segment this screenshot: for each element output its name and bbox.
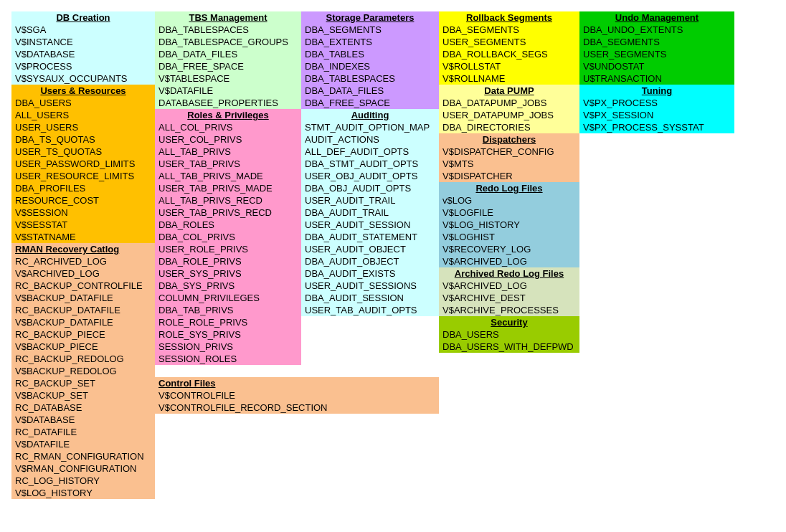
section-item: STMT_AUDIT_OPTION_MAP bbox=[301, 121, 439, 133]
section-item: DBA_AUDIT_EXISTS bbox=[301, 267, 439, 280]
section-item: V$PX_PROCESS bbox=[579, 97, 734, 109]
section-item: V$SESSION bbox=[11, 206, 155, 219]
reference-table-grid: DB CreationV$SGAV$INSTANCEV$DATABASEV$PR… bbox=[0, 0, 786, 532]
section-storage-parameters: Storage ParametersDBA_SEGMENTSDBA_EXTENT… bbox=[301, 11, 439, 109]
section-item: DBA_AUDIT_STATEMENT bbox=[301, 231, 439, 243]
section-item: V$CONTROLFILE_RECORD_SECTION bbox=[155, 402, 439, 414]
section-item: V$ARCHIVED_LOG bbox=[11, 267, 155, 280]
section-item: DBA_AUDIT_OBJECT bbox=[301, 255, 439, 267]
section-item: USER_ROLE_PRIVS bbox=[155, 243, 301, 255]
section-item: V$SYSAUX_OCCUPANTS bbox=[11, 72, 155, 85]
section-item: V$LOG_HISTORY bbox=[11, 487, 155, 499]
section-item: V$LOG_HISTORY bbox=[439, 219, 579, 231]
section-header-rman-recovery-catalog: RMAN Recovery Catlog bbox=[11, 243, 155, 255]
section-db-creation: DB CreationV$SGAV$INSTANCEV$DATABASEV$PR… bbox=[11, 11, 155, 85]
section-item: DBA_EXTENTS bbox=[301, 36, 439, 48]
section-header-roles-privileges: Roles & Privileges bbox=[155, 109, 301, 121]
section-item: USER_RESOURCE_LIMITS bbox=[11, 170, 155, 182]
section-item: ALL_USERS bbox=[11, 109, 155, 121]
section-item: V$DISPATCHER bbox=[439, 170, 579, 182]
section-item: DBA_UNDO_EXTENTS bbox=[579, 24, 734, 36]
section-header-dispatchers: Dispatchers bbox=[439, 133, 579, 146]
section-tuning: TuningV$PX_PROCESSV$PX_SESSIONV$PX_PROCE… bbox=[579, 85, 734, 133]
section-header-auditing: Auditing bbox=[301, 109, 439, 121]
section-item: V$DATAFILE bbox=[11, 438, 155, 450]
section-item: DBA_SEGMENTS bbox=[579, 36, 734, 48]
section-item: RC_DATABASE bbox=[11, 402, 155, 414]
section-item: V$BACKUP_SET bbox=[11, 389, 155, 402]
section-item: V$BACKUP_DATAFILE bbox=[11, 316, 155, 328]
section-item: DBA_COL_PRIVS bbox=[155, 231, 301, 243]
section-item: DBA_DATA_FILES bbox=[301, 85, 439, 97]
section-item: V$STATNAME bbox=[11, 231, 155, 243]
section-item: RC_BACKUP_CONTROLFILE bbox=[11, 280, 155, 292]
section-item: DBA_DIRECTORIES bbox=[439, 121, 579, 133]
section-item: DBA_STMT_AUDIT_OPTS bbox=[301, 158, 439, 170]
section-item: V$BACKUP_DATAFILE bbox=[11, 292, 155, 304]
section-rollback-segments: Rollback SegmentsDBA_SEGMENTSUSER_SEGMEN… bbox=[439, 11, 579, 85]
section-auditing: AuditingSTMT_AUDIT_OPTION_MAPAUDIT_ACTIO… bbox=[301, 109, 439, 316]
section-item: V$ROLLSTAT bbox=[439, 60, 579, 72]
section-item: V$DATABASE bbox=[11, 414, 155, 426]
section-item: USER_TS_QUOTAS bbox=[11, 146, 155, 158]
section-item: DATABASEE_PROPERTIES bbox=[155, 97, 301, 109]
section-item: DBA_ROLLBACK_SEGS bbox=[439, 48, 579, 60]
section-item: USER_USERS bbox=[11, 121, 155, 133]
section-item: V$RMAN_CONFIGURATION bbox=[11, 462, 155, 475]
section-item: ALL_TAB_PRIVS_MADE bbox=[155, 170, 301, 182]
section-item: DBA_TABLESPACE_GROUPS bbox=[155, 36, 301, 48]
section-item: USER_AUDIT_OBJECT bbox=[301, 243, 439, 255]
section-item: DBA_USERS bbox=[11, 97, 155, 109]
section-archived-redo-log-files: Archived Redo Log FilesV$ARCHIVED_LOGV$A… bbox=[439, 267, 579, 316]
section-item: USER_SYS_PRIVS bbox=[155, 267, 301, 280]
section-item: V$DATABASE bbox=[11, 48, 155, 60]
section-item: DBA_TABLESPACES bbox=[301, 72, 439, 85]
section-item: RC_BACKUP_DATAFILE bbox=[11, 304, 155, 316]
section-item: SESSION_PRIVS bbox=[155, 341, 301, 353]
section-item: DBA_ROLE_PRIVS bbox=[155, 255, 301, 267]
section-item: DBA_SEGMENTS bbox=[439, 24, 579, 36]
section-item: DBA_TABLESPACES bbox=[155, 24, 301, 36]
section-item: RESOURCE_COST bbox=[11, 194, 155, 206]
section-redo-log-files: Redo Log Filesv$LOGV$LOGFILEV$LOG_HISTOR… bbox=[439, 182, 579, 267]
section-item: USER_SEGMENTS bbox=[439, 36, 579, 48]
section-item: V$CONTROLFILE bbox=[155, 389, 439, 402]
section-header-tbs-management: TBS Management bbox=[155, 11, 301, 24]
section-header-archived-redo-log-files: Archived Redo Log Files bbox=[439, 267, 579, 280]
section-item: V$PROCESS bbox=[11, 60, 155, 72]
section-header-undo-management: Undo Management bbox=[579, 11, 734, 24]
section-users-resources: Users & ResourcesDBA_USERSALL_USERSUSER_… bbox=[11, 85, 155, 243]
section-item: DBA_ROLES bbox=[155, 219, 301, 231]
section-item: V$DISPATCHER_CONFIG bbox=[439, 146, 579, 158]
section-item: DBA_SYS_PRIVS bbox=[155, 280, 301, 292]
section-item: V$ROLLNAME bbox=[439, 72, 579, 85]
section-item: DBA_DATA_FILES bbox=[155, 48, 301, 60]
section-item: V$SESSTAT bbox=[11, 219, 155, 231]
section-item: DBA_TAB_PRIVS bbox=[155, 304, 301, 316]
section-undo-management: Undo ManagementDBA_UNDO_EXTENTSDBA_SEGME… bbox=[579, 11, 734, 85]
section-header-db-creation: DB Creation bbox=[11, 11, 155, 24]
section-item: V$LOGHIST bbox=[439, 231, 579, 243]
section-item: ALL_COL_PRIVS bbox=[155, 121, 301, 133]
section-item: RC_LOG_HISTORY bbox=[11, 475, 155, 487]
section-item: V$ARCHIVED_LOG bbox=[439, 255, 579, 267]
section-item: DBA_USERS_WITH_DEFPWD bbox=[439, 341, 579, 353]
section-item: DBA_INDEXES bbox=[301, 60, 439, 72]
section-header-tuning: Tuning bbox=[579, 85, 734, 97]
section-control-files: Control FilesV$CONTROLFILEV$CONTROLFILE_… bbox=[155, 377, 439, 414]
section-data-pump: Data PUMPDBA_DATAPUMP_JOBSUSER_DATAPUMP_… bbox=[439, 85, 579, 133]
section-header-users-resources: Users & Resources bbox=[11, 85, 155, 97]
section-item: AUDIT_ACTIONS bbox=[301, 133, 439, 146]
section-item: RC_BACKUP_PIECE bbox=[11, 328, 155, 341]
section-item: V$INSTANCE bbox=[11, 36, 155, 48]
section-item: DBA_SEGMENTS bbox=[301, 24, 439, 36]
section-item: V$TABLESPACE bbox=[155, 72, 301, 85]
section-item: RC_DATAFILE bbox=[11, 426, 155, 438]
section-rman-recovery-catalog: RMAN Recovery CatlogRC_ARCHIVED_LOGV$ARC… bbox=[11, 243, 155, 499]
section-dispatchers: DispatchersV$DISPATCHER_CONFIGV$MTSV$DIS… bbox=[439, 133, 579, 182]
section-item: USER_AUDIT_TRAIL bbox=[301, 194, 439, 206]
section-item: USER_TAB_AUDIT_OPTS bbox=[301, 304, 439, 316]
section-item: DBA_PROFILES bbox=[11, 182, 155, 194]
section-item: USER_SEGMENTS bbox=[579, 48, 734, 60]
section-item: DBA_TABLES bbox=[301, 48, 439, 60]
